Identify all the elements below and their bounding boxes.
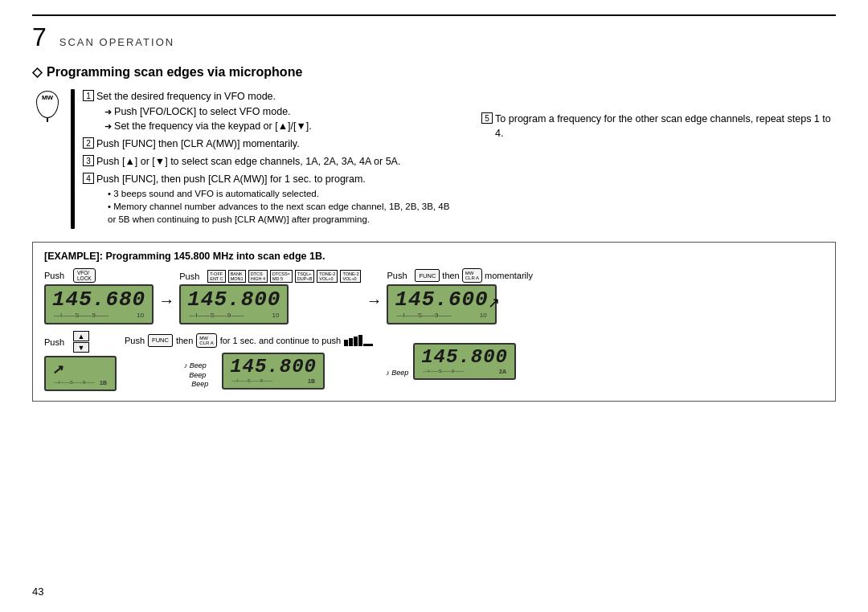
btn-func-2[interactable]: FUNC	[148, 334, 173, 347]
mw-icon: MW	[36, 91, 59, 118]
btn-tone2b[interactable]: TONE-2VOL+0	[340, 270, 361, 283]
push-bars	[344, 335, 373, 346]
page-number: 43	[32, 585, 43, 598]
left-col: MW 1 Set the desired frequency in VFO mo…	[32, 89, 457, 229]
step-1b: Push [VFO/LOCK] to select VFO mode.	[104, 104, 312, 119]
chapter-title: SCAN OPERATION	[59, 36, 174, 48]
lcd-display-3: 145.600 —I——S——9—— 10 ↗	[387, 284, 496, 324]
top-rule	[32, 14, 836, 16]
lcd-number-5: 145.800	[230, 357, 317, 377]
lcd-sub-1: —I——S——9—— 10	[52, 312, 145, 319]
lcd-number-1: 145.680	[52, 289, 145, 310]
lcd-display-6: 145.800 —I——S——9—— 2A	[413, 343, 516, 380]
example-label: [EXAMPLE]:	[44, 251, 103, 262]
lcd-display-5: 145.800 —I——S——8—— 1B	[222, 353, 325, 390]
then-word-2: then	[176, 336, 193, 345]
push-label-4: Push	[44, 337, 70, 347]
section-title-text: Programming scan edges via microphone	[47, 65, 302, 80]
lcd-display-4: ↗ —I——S——9—— 1B	[44, 356, 117, 391]
content-area: MW 1 Set the desired frequency in VFO mo…	[32, 89, 836, 229]
arrow-right-2: →	[366, 292, 382, 310]
btn-tone2a[interactable]: TONE-2VOL+0	[317, 270, 338, 283]
example-box: [EXAMPLE]: Programming 145.800 MHz into …	[32, 242, 836, 402]
step-5: 5 To program a frequency for the other s…	[481, 112, 836, 141]
btn-func-1[interactable]: FUNC	[415, 269, 440, 282]
lcd-sub-5: —I——S——8—— 1B	[230, 378, 317, 384]
lcd-sub-4: —I——S——9—— 1B	[52, 380, 108, 386]
step-4: 4 Push [FUNC], then push [CLR A(MW)] for…	[83, 172, 457, 226]
btn-down[interactable]: ▼	[73, 342, 89, 353]
btn-mwclra-2[interactable]: MWCLR A	[196, 333, 216, 348]
step-4-text: Push [FUNC], then push [CLR A(MW)] for 1…	[96, 173, 366, 185]
diamond-icon: ◇	[32, 64, 42, 80]
beep-area: ♪ Beep Beep Beep	[173, 361, 217, 390]
step-1-num: 1	[83, 90, 94, 101]
btn-toff[interactable]: T-OFFENT C	[207, 270, 225, 283]
step-1: 1 Set the desired frequency in VFO mode.…	[83, 89, 457, 133]
btn-dtcs[interactable]: DTCSHIGH 4	[248, 270, 268, 283]
bullet-2: Memory channel number advances to the ne…	[108, 200, 457, 226]
for-1-sec-text: for 1 sec. and continue to push	[220, 336, 341, 345]
example-title: [EXAMPLE]: Programming 145.800 MHz into …	[44, 251, 824, 262]
btn-mwclra-1[interactable]: MWCLR A	[462, 268, 482, 283]
steps-col: 1 Set the desired frequency in VFO mode.…	[83, 89, 457, 229]
momentarily-text: momentarily	[485, 271, 533, 280]
example-description: Programming 145.800 MHz into scan edge 1…	[105, 251, 325, 262]
then-word-1: then	[442, 271, 459, 280]
step-1c: Set the frequency via the keypad or [▲]/…	[104, 119, 312, 133]
step-5-num: 5	[481, 112, 493, 124]
section-title: ◇ Programming scan edges via microphone	[32, 64, 836, 80]
chapter-number: 7	[32, 24, 47, 50]
step-2-text: Push [FUNC] then [CLR A(MW)] momentarily…	[96, 137, 457, 151]
step-2-num: 2	[83, 137, 94, 149]
page-container: 7 SCAN OPERATION ◇ Programming scan edge…	[0, 0, 868, 416]
right-col: 5 To program a frequency for the other s…	[481, 89, 836, 229]
lcd-number-2: 145.800	[187, 289, 280, 310]
lcd-number-4: ↗	[52, 361, 108, 378]
btn-up[interactable]: ▲	[73, 331, 89, 341]
lcd-corner-6: 2A	[499, 369, 506, 374]
step-3: 3 Push [▲] or [▼] to select scan edge ch…	[83, 154, 457, 169]
push-label-2: Push	[179, 271, 205, 281]
lcd-display-2: 145.800 —I——S——9—— 10	[179, 284, 289, 324]
step-1a-text: Set the desired frequency in VFO mode.	[96, 91, 276, 102]
lcd-sub-3: —I——S——9—— 10	[395, 312, 488, 319]
step-4-num: 4	[83, 173, 94, 184]
push-func-label: Push	[125, 336, 145, 345]
btn-bank[interactable]: BANKMON1	[228, 270, 246, 283]
arrow-right-1: →	[158, 292, 174, 310]
lcd-display-1: 145.680 —I——S——9—— 10	[44, 284, 154, 324]
lcd-number-6: 145.800	[421, 348, 508, 367]
step-3-text: Push [▲] or [▼] to select scan edge chan…	[96, 154, 457, 169]
chapter-header: 7 SCAN OPERATION	[32, 24, 836, 50]
lcd-sub-6: —I——S——9—— 2A	[421, 369, 508, 374]
push-label-3: Push	[387, 271, 412, 280]
bullet-1: 3 beeps sound and VFO is automatically s…	[108, 187, 457, 200]
btn-dtcss[interactable]: DTCSS=MD 5	[270, 270, 293, 283]
lcd-number-3: 145.600	[395, 289, 488, 310]
btn-vfolock[interactable]: VFO/LOCK	[73, 268, 96, 283]
btn-tsql[interactable]: TSQL+DUP+B	[295, 270, 315, 283]
beep-single-text: Beep	[391, 369, 408, 377]
black-bar	[71, 89, 75, 229]
step-2: 2 Push [FUNC] then [CLR A(MW)] momentari…	[83, 137, 457, 151]
step-3-num: 3	[83, 155, 94, 166]
step-5-text: To program a frequency for the other sca…	[495, 112, 836, 141]
lcd-sub-2: —I——S——9—— 10	[187, 312, 280, 319]
push-label-1: Push	[44, 271, 70, 280]
